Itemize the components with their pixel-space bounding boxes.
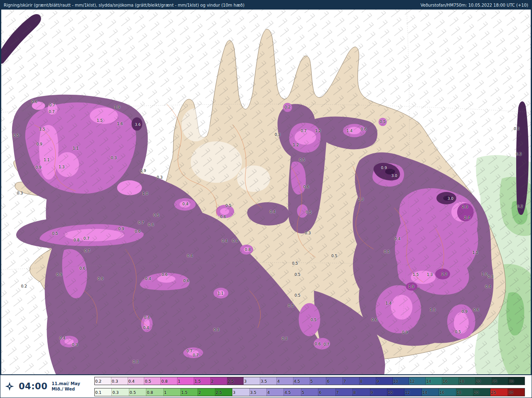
- legend-cell: 8: [353, 388, 370, 396]
- legend-cell-label: 4.5: [284, 390, 291, 394]
- legend-cell-label: 6: [319, 390, 321, 394]
- legend-cell-label: 20: [476, 378, 481, 383]
- legend-cell: 16: [439, 388, 456, 396]
- legend-cell-label: 3.5: [250, 390, 256, 394]
- legend-cell-label: 10: [393, 378, 398, 383]
- legend-cell-label: 14: [422, 390, 427, 394]
- legend-cell-label: 20: [474, 390, 479, 394]
- header-bar: Rigning/skúrir (grænt/blátt/rautt - mm/1…: [0, 0, 532, 10]
- legend-cell-label: 0.8: [147, 390, 153, 394]
- legend-cell-label: 0.3: [112, 378, 118, 383]
- legend-cell-label: 2.5: [228, 378, 234, 383]
- legend-cell: 3: [232, 388, 249, 396]
- legend-cell: 6: [326, 377, 343, 385]
- legend-cell: 1: [164, 388, 181, 396]
- legend-cell: 4: [267, 388, 284, 396]
- legend-cell: 10: [393, 377, 409, 385]
- legend-cell-label: 16: [443, 378, 448, 383]
- legend-cell: 0.3: [111, 377, 128, 385]
- legend-cell: 2: [198, 388, 215, 396]
- legend-cell: 30: [508, 388, 525, 396]
- legend-cell-label: 0.5: [145, 378, 151, 383]
- legend-cell-label: 18: [457, 390, 462, 394]
- legend-cell-label: 1.5: [181, 390, 187, 394]
- legend-cell-label: 9: [377, 378, 379, 383]
- legend-cell-label: 30: [508, 390, 513, 394]
- legend-cell: 25: [492, 377, 509, 385]
- legend-cell-label: 5: [310, 378, 313, 383]
- legend-cell: 9: [370, 388, 387, 396]
- legend-cell-label: 3: [244, 378, 246, 383]
- legend-cell: 18: [456, 388, 473, 396]
- legend-cell-label: 6: [327, 378, 329, 383]
- legend-cell: 0.1: [95, 388, 112, 396]
- legend-cell: 1: [177, 377, 194, 385]
- legend-cell: 3.5: [250, 388, 267, 396]
- legend-cell: 6: [318, 388, 335, 396]
- legend-cell: 5: [310, 377, 327, 385]
- legend-cell: 14: [426, 377, 442, 385]
- legend-cell-label: 12: [405, 390, 410, 394]
- valid-date: 11.maí/ May Mið./ Wed: [52, 381, 80, 392]
- legend-cell-label: 2: [211, 378, 214, 383]
- legend-cell: 0.2: [95, 377, 111, 385]
- valid-date-line2: Mið./ Wed: [52, 386, 80, 392]
- map-canvas: [1, 10, 531, 374]
- legend-cell: 7: [343, 377, 360, 385]
- legend-cell: 12: [409, 377, 426, 385]
- app-window: Rigning/skúrir (grænt/blátt/rautt - mm/1…: [0, 0, 532, 398]
- legend-cell: 2.5: [227, 377, 244, 385]
- legend-cell: 20: [475, 377, 492, 385]
- legend-cell: 4.5: [284, 388, 301, 396]
- legend-cell: 16: [442, 377, 459, 385]
- legend-cell: 3.5: [260, 377, 277, 385]
- legend-cell-label: 25: [493, 378, 498, 383]
- legend-cell-label: 4.5: [294, 378, 300, 383]
- legend-cell: 0.8: [146, 388, 163, 396]
- legend-cell-label: 5: [302, 390, 304, 394]
- wind-barbs-layer: [1, 10, 531, 374]
- legend-cell-label: 0.3: [112, 390, 118, 394]
- valid-date-line1: 11.maí/ May: [52, 381, 80, 386]
- legend-cell-label: 3: [233, 390, 235, 394]
- legend-panel: 0.20.30.40.50.811.522.533.544.5567891012…: [94, 377, 532, 396]
- legend-upper-scale: 0.20.30.40.50.811.522.533.544.5567891012…: [94, 377, 525, 385]
- legend-cell: 5: [301, 388, 318, 396]
- legend-cell-label: 10: [388, 390, 393, 394]
- legend-cell-label: 7: [336, 390, 339, 394]
- legend-cell-label: 16: [439, 390, 444, 394]
- model-run-info: Veðurstofan/HM750m: 10.05.2022 18:00 UTC…: [421, 3, 528, 7]
- legend-cell-label: 12: [409, 378, 414, 383]
- legend-cell: 1.5: [181, 388, 198, 396]
- legend-cell-label: 25: [491, 390, 496, 394]
- legend-cell: 1.5: [194, 377, 211, 385]
- legend-cell: 30: [508, 377, 525, 385]
- legend-cell: 0.8: [161, 377, 177, 385]
- legend-cell-label: 1: [178, 378, 180, 383]
- legend-cell-label: 4: [277, 378, 280, 383]
- legend-cell-label: 18: [459, 378, 464, 383]
- legend-cell-label: 7: [343, 378, 346, 383]
- legend-cell: 7: [336, 388, 353, 396]
- legend-cell: 18: [459, 377, 475, 385]
- legend-cell: 9: [376, 377, 393, 385]
- legend-cell-label: 4: [267, 390, 270, 394]
- legend-cell: 2.5: [215, 388, 232, 396]
- legend-cell: 25: [490, 388, 507, 396]
- legend-cell-label: 0.8: [161, 378, 167, 383]
- legend-cell: 0.4: [128, 377, 145, 385]
- legend-cell: 14: [422, 388, 439, 396]
- legend-cell: 3: [244, 377, 260, 385]
- valid-time-panel: 04:00 11.maí/ May Mið./ Wed: [0, 381, 94, 392]
- legend-cell: 8: [360, 377, 376, 385]
- legend-cell-label: 9: [371, 390, 373, 394]
- legend-cell: 12: [404, 388, 421, 396]
- weather-map: 0.60.70.71.50.50.91.11.11.30.91.51.91.63…: [0, 10, 532, 374]
- legend-cell-label: 1.5: [195, 378, 201, 383]
- legend-cell-label: 3.5: [261, 378, 267, 383]
- legend-cell: 4.5: [293, 377, 310, 385]
- legend-cell-label: 30: [509, 378, 514, 383]
- legend-cell-label: 8: [353, 390, 356, 394]
- legend-cell: 0.5: [129, 388, 146, 396]
- legend-cell-label: 2.5: [216, 390, 222, 394]
